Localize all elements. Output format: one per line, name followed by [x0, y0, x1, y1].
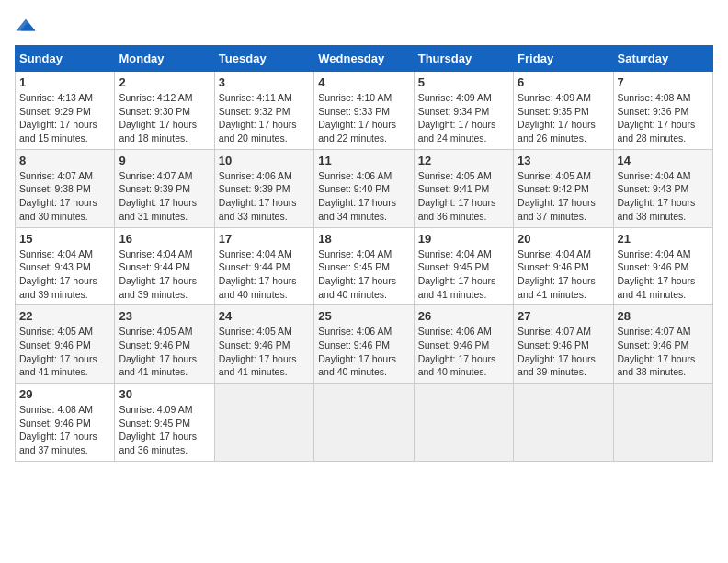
- day-number: 18: [318, 232, 409, 246]
- day-number: 17: [219, 232, 310, 246]
- page-header: [15, 15, 713, 34]
- logo: [15, 15, 40, 34]
- day-info: Sunrise: 4:06 AMSunset: 9:39 PMDaylight:…: [219, 169, 310, 224]
- day-number: 4: [318, 75, 409, 89]
- calendar-table: SundayMondayTuesdayWednesdayThursdayFrid…: [15, 45, 713, 462]
- calendar-cell: 16Sunrise: 4:04 AMSunset: 9:44 PMDayligh…: [115, 227, 214, 305]
- calendar-cell: [613, 384, 712, 462]
- calendar-cell: 11Sunrise: 4:06 AMSunset: 9:40 PMDayligh…: [314, 149, 414, 227]
- calendar-cell: 24Sunrise: 4:05 AMSunset: 9:46 PMDayligh…: [214, 305, 313, 384]
- day-number: 10: [219, 154, 310, 167]
- day-number: 19: [418, 232, 509, 246]
- day-number: 8: [19, 154, 110, 167]
- day-number: 3: [219, 75, 310, 89]
- col-header-sunday: Sunday: [16, 46, 115, 72]
- calendar-cell: 14Sunrise: 4:04 AMSunset: 9:43 PMDayligh…: [613, 149, 712, 227]
- calendar-cell: 8Sunrise: 4:07 AMSunset: 9:38 PMDaylight…: [16, 149, 115, 227]
- calendar-cell: [314, 384, 414, 462]
- calendar-cell: 12Sunrise: 4:05 AMSunset: 9:41 PMDayligh…: [414, 149, 513, 227]
- day-number: 9: [119, 154, 210, 167]
- calendar-cell: 15Sunrise: 4:04 AMSunset: 9:43 PMDayligh…: [16, 227, 115, 305]
- day-info: Sunrise: 4:09 AMSunset: 9:35 PMDaylight:…: [518, 91, 609, 145]
- day-number: 28: [618, 309, 709, 323]
- col-header-wednesday: Wednesday: [314, 46, 414, 72]
- day-number: 2: [119, 75, 210, 89]
- day-info: Sunrise: 4:06 AMSunset: 9:46 PMDaylight:…: [418, 325, 509, 379]
- day-info: Sunrise: 4:07 AMSunset: 9:46 PMDaylight:…: [618, 325, 709, 379]
- day-number: 12: [418, 154, 509, 167]
- calendar-cell: 28Sunrise: 4:07 AMSunset: 9:46 PMDayligh…: [613, 305, 712, 384]
- col-header-thursday: Thursday: [414, 46, 513, 72]
- day-info: Sunrise: 4:07 AMSunset: 9:46 PMDaylight:…: [518, 325, 609, 379]
- calendar-cell: 3Sunrise: 4:11 AMSunset: 9:32 PMDaylight…: [214, 72, 313, 150]
- day-number: 1: [19, 75, 110, 89]
- calendar-cell: 25Sunrise: 4:06 AMSunset: 9:46 PMDayligh…: [314, 305, 414, 384]
- calendar-cell: 9Sunrise: 4:07 AMSunset: 9:39 PMDaylight…: [115, 149, 214, 227]
- day-info: Sunrise: 4:07 AMSunset: 9:38 PMDaylight:…: [19, 169, 110, 224]
- col-header-saturday: Saturday: [613, 46, 712, 72]
- day-info: Sunrise: 4:04 AMSunset: 9:45 PMDaylight:…: [318, 247, 409, 302]
- day-info: Sunrise: 4:05 AMSunset: 9:46 PMDaylight:…: [119, 325, 210, 379]
- day-info: Sunrise: 4:06 AMSunset: 9:40 PMDaylight:…: [318, 169, 409, 224]
- day-number: 16: [119, 232, 210, 246]
- calendar-week-3: 15Sunrise: 4:04 AMSunset: 9:43 PMDayligh…: [16, 227, 713, 305]
- calendar-cell: 7Sunrise: 4:08 AMSunset: 9:36 PMDaylight…: [613, 72, 712, 150]
- calendar-cell: 2Sunrise: 4:12 AMSunset: 9:30 PMDaylight…: [115, 72, 214, 150]
- day-number: 30: [119, 387, 210, 401]
- calendar-cell: 22Sunrise: 4:05 AMSunset: 9:46 PMDayligh…: [16, 305, 115, 384]
- calendar-header-row: SundayMondayTuesdayWednesdayThursdayFrid…: [16, 46, 713, 72]
- calendar-cell: 26Sunrise: 4:06 AMSunset: 9:46 PMDayligh…: [414, 305, 513, 384]
- calendar-cell: 13Sunrise: 4:05 AMSunset: 9:42 PMDayligh…: [514, 149, 613, 227]
- day-number: 6: [518, 75, 609, 89]
- calendar-cell: [514, 384, 613, 462]
- calendar-week-1: 1Sunrise: 4:13 AMSunset: 9:29 PMDaylight…: [16, 72, 713, 150]
- day-info: Sunrise: 4:05 AMSunset: 9:41 PMDaylight:…: [418, 169, 509, 224]
- calendar-cell: 23Sunrise: 4:05 AMSunset: 9:46 PMDayligh…: [115, 305, 214, 384]
- day-info: Sunrise: 4:08 AMSunset: 9:46 PMDaylight:…: [19, 403, 110, 457]
- day-number: 24: [219, 309, 310, 323]
- col-header-monday: Monday: [115, 46, 214, 72]
- day-info: Sunrise: 4:04 AMSunset: 9:46 PMDaylight:…: [518, 247, 609, 302]
- day-number: 22: [19, 309, 110, 323]
- logo-icon: [15, 16, 37, 34]
- calendar-cell: 10Sunrise: 4:06 AMSunset: 9:39 PMDayligh…: [214, 149, 313, 227]
- calendar-cell: [214, 384, 313, 462]
- calendar-week-4: 22Sunrise: 4:05 AMSunset: 9:46 PMDayligh…: [16, 305, 713, 384]
- day-number: 25: [318, 309, 409, 323]
- day-number: 13: [518, 154, 609, 167]
- calendar-cell: 5Sunrise: 4:09 AMSunset: 9:34 PMDaylight…: [414, 72, 513, 150]
- day-number: 5: [418, 75, 509, 89]
- col-header-friday: Friday: [514, 46, 613, 72]
- day-info: Sunrise: 4:04 AMSunset: 9:44 PMDaylight:…: [219, 247, 310, 302]
- calendar-cell: [414, 384, 513, 462]
- calendar-week-2: 8Sunrise: 4:07 AMSunset: 9:38 PMDaylight…: [16, 149, 713, 227]
- day-info: Sunrise: 4:12 AMSunset: 9:30 PMDaylight:…: [119, 91, 210, 145]
- day-number: 7: [618, 75, 709, 89]
- calendar-week-5: 29Sunrise: 4:08 AMSunset: 9:46 PMDayligh…: [16, 384, 713, 462]
- calendar-cell: 29Sunrise: 4:08 AMSunset: 9:46 PMDayligh…: [16, 384, 115, 462]
- calendar-cell: 21Sunrise: 4:04 AMSunset: 9:46 PMDayligh…: [613, 227, 712, 305]
- calendar-cell: 1Sunrise: 4:13 AMSunset: 9:29 PMDaylight…: [16, 72, 115, 150]
- calendar-cell: 4Sunrise: 4:10 AMSunset: 9:33 PMDaylight…: [314, 72, 414, 150]
- calendar-cell: 6Sunrise: 4:09 AMSunset: 9:35 PMDaylight…: [514, 72, 613, 150]
- day-number: 11: [318, 154, 409, 167]
- day-number: 21: [618, 232, 709, 246]
- calendar-cell: 20Sunrise: 4:04 AMSunset: 9:46 PMDayligh…: [514, 227, 613, 305]
- day-info: Sunrise: 4:09 AMSunset: 9:45 PMDaylight:…: [119, 403, 210, 457]
- day-info: Sunrise: 4:06 AMSunset: 9:46 PMDaylight:…: [318, 325, 409, 379]
- calendar-cell: 30Sunrise: 4:09 AMSunset: 9:45 PMDayligh…: [115, 384, 214, 462]
- day-info: Sunrise: 4:13 AMSunset: 9:29 PMDaylight:…: [19, 91, 110, 145]
- day-number: 27: [518, 309, 609, 323]
- day-info: Sunrise: 4:08 AMSunset: 9:36 PMDaylight:…: [618, 91, 709, 145]
- day-number: 26: [418, 309, 509, 323]
- day-number: 14: [618, 154, 709, 167]
- calendar-cell: 27Sunrise: 4:07 AMSunset: 9:46 PMDayligh…: [514, 305, 613, 384]
- day-info: Sunrise: 4:05 AMSunset: 9:42 PMDaylight:…: [518, 169, 609, 224]
- calendar-cell: 18Sunrise: 4:04 AMSunset: 9:45 PMDayligh…: [314, 227, 414, 305]
- calendar-cell: 19Sunrise: 4:04 AMSunset: 9:45 PMDayligh…: [414, 227, 513, 305]
- day-number: 15: [19, 232, 110, 246]
- day-info: Sunrise: 4:04 AMSunset: 9:46 PMDaylight:…: [618, 247, 709, 302]
- day-info: Sunrise: 4:11 AMSunset: 9:32 PMDaylight:…: [219, 91, 310, 145]
- day-info: Sunrise: 4:04 AMSunset: 9:45 PMDaylight:…: [418, 247, 509, 302]
- day-info: Sunrise: 4:05 AMSunset: 9:46 PMDaylight:…: [19, 325, 110, 379]
